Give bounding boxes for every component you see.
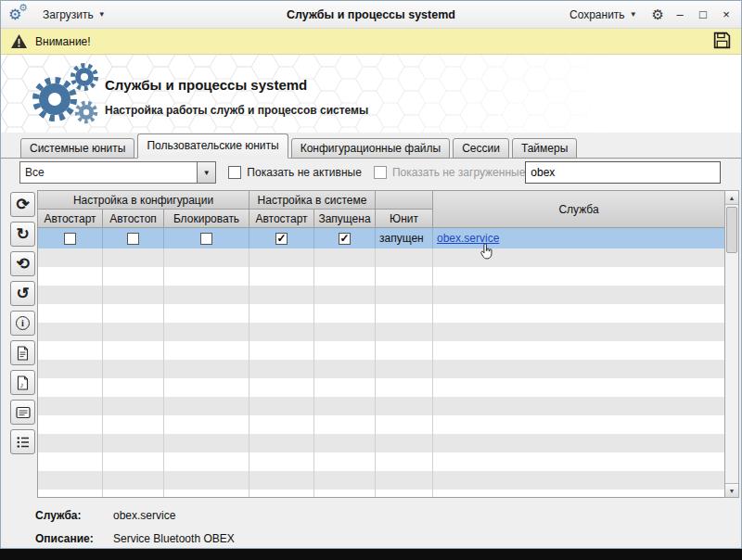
checkbox-box[interactable] (228, 166, 241, 179)
config-autostop-checkbox[interactable] (127, 233, 139, 245)
filter-bar: Все ▼ Показать не активные Показать не з… (1, 160, 741, 185)
minimize-button[interactable]: – (672, 8, 687, 20)
table-row-obex[interactable]: ✓ ✓ запущен obex.service (38, 228, 724, 248)
floppy-save-icon (712, 31, 732, 50)
column-header-service[interactable]: Служба (433, 191, 724, 228)
undo-icon: ↺ (16, 286, 29, 301)
chevron-down-icon: ▼ (630, 10, 637, 19)
show-unloaded-checkbox[interactable]: Показать не загруженные (374, 166, 525, 179)
console-icon (16, 406, 31, 419)
dropdown-arrow-button[interactable]: ▼ (197, 162, 215, 183)
info-icon: i (16, 316, 30, 330)
unit-list-button[interactable] (10, 429, 35, 454)
info-button[interactable]: i (10, 311, 35, 336)
unit-status: запущен (376, 228, 433, 248)
empty-rows-area (38, 248, 724, 497)
cell-config-autostart (38, 228, 103, 248)
units-table: Настройка в конфигурации Настройка в сис… (37, 190, 725, 498)
window-title: Службы и процессы systemd (287, 8, 455, 21)
show-inactive-checkbox[interactable]: Показать не активные (228, 166, 362, 179)
app-window: ⚙ ⚙ Загрузить ▼ Службы и процессы system… (0, 0, 742, 549)
restart-icon: ↻ (16, 226, 29, 242)
bullet-list-icon (16, 436, 31, 449)
group-header-config: Настройка в конфигурации (38, 191, 249, 210)
search-input[interactable] (525, 161, 721, 184)
page-title: Службы и процессы systemd (105, 77, 368, 93)
cell-service: obex.service (433, 228, 724, 248)
gear-icon-small: ⚙ (19, 2, 28, 14)
app-gears-icon: ⚙ ⚙ (8, 5, 31, 25)
tab-bar: Системные юниты Пользовательские юниты К… (1, 133, 741, 159)
column-header-unit[interactable]: Юнит (376, 210, 433, 228)
filter-scope-value: Все (20, 166, 197, 179)
tab-system-units[interactable]: Системные юниты (20, 138, 134, 159)
save-button[interactable]: Сохранить ▼ (563, 6, 644, 24)
settings-gear-button[interactable]: ⚙ (652, 7, 664, 21)
load-button[interactable]: Загрузить ▼ (36, 6, 112, 24)
side-toolbar: ⟳ ↻ ⟲ ↺ i (10, 192, 36, 459)
cell-system-running: ✓ (314, 228, 376, 248)
status-output-button[interactable] (10, 400, 35, 425)
tab-user-units[interactable]: Пользовательские юниты (137, 134, 288, 159)
checkbox-box[interactable] (374, 166, 387, 179)
header-banner: Службы и процессы systemd Настройка рабо… (1, 55, 741, 133)
reload-icon: ⟲ (16, 256, 29, 272)
cell-system-autostart: ✓ (249, 228, 314, 248)
document-note-icon: ♪ (16, 375, 30, 390)
warning-text: Внимание! (35, 35, 91, 48)
chevron-down-icon: ▼ (203, 169, 211, 177)
gears-logo-icon (18, 55, 110, 133)
service-label: Служба: (35, 509, 113, 522)
scrollbar-thumb[interactable] (726, 207, 737, 253)
document-icon (16, 346, 30, 361)
journal-button[interactable] (10, 340, 35, 365)
restart-unit-button[interactable]: ↻ (10, 222, 35, 247)
show-inactive-label: Показать не активные (247, 166, 362, 179)
titlebar: ⚙ ⚙ Загрузить ▼ Службы и процессы system… (1, 1, 741, 29)
column-header-block[interactable]: Блокировать (164, 210, 249, 228)
column-header-running[interactable]: Запущена (314, 210, 376, 228)
main-area: ⟳ ↻ ⟲ ↺ i (1, 190, 741, 498)
save-to-file-button[interactable] (712, 31, 732, 53)
filter-scope-dropdown[interactable]: Все ▼ (19, 161, 216, 184)
tab-timers[interactable]: Таймеры (512, 138, 577, 159)
warning-bar: Внимание! (1, 29, 741, 55)
load-button-label: Загрузить (43, 8, 94, 21)
column-header-autostop[interactable]: Автостоп (103, 210, 164, 228)
scroll-down-button[interactable]: ▼ (725, 483, 738, 497)
description-label: Описание: (35, 532, 113, 545)
warning-triangle-icon (10, 33, 28, 49)
refresh-icon: ⟳ (16, 197, 29, 212)
undo-button[interactable]: ↺ (10, 281, 35, 306)
group-header-blank (376, 191, 433, 210)
scroll-up-button[interactable]: ▲ (725, 191, 738, 205)
reload-button[interactable]: ⟲ (10, 251, 35, 276)
taskbar-strip (0, 549, 742, 560)
maximize-button[interactable]: □ (696, 8, 710, 20)
service-link[interactable]: obex.service (437, 232, 499, 245)
titlebar-right: Сохранить ▼ ⚙ – □ × (563, 6, 734, 24)
config-autostart-checkbox[interactable] (64, 233, 76, 245)
chevron-down-icon: ▼ (98, 10, 106, 19)
show-unloaded-label: Показать не загруженные (392, 166, 525, 179)
tab-sessions[interactable]: Сессии (453, 138, 509, 159)
system-autostart-checkbox[interactable]: ✓ (275, 233, 288, 245)
refresh-button[interactable]: ⟳ (10, 192, 35, 217)
page-subtitle: Настройка работы служб и процессов систе… (105, 104, 368, 117)
description-value: Service Bluetooth OBEX (113, 532, 235, 545)
service-value: obex.service (113, 509, 175, 522)
cell-config-autostop (103, 228, 164, 248)
column-header-autostart-config[interactable]: Автостарт (38, 210, 103, 228)
config-block-checkbox[interactable] (200, 233, 212, 245)
save-button-label: Сохранить (569, 8, 625, 21)
column-header-autostart-system[interactable]: Автостарт (249, 210, 314, 228)
cursor-pointer-icon (480, 244, 493, 260)
group-header-system: Настройка в системе (249, 191, 376, 210)
close-button[interactable]: × (719, 8, 734, 20)
cell-config-block (164, 228, 249, 248)
vertical-scrollbar[interactable]: ▲ ▼ (724, 190, 739, 498)
tab-config-files[interactable]: Конфигурационные файлы (291, 138, 450, 159)
audit-log-button[interactable]: ♪ (10, 370, 35, 395)
system-running-checkbox[interactable]: ✓ (339, 233, 351, 245)
table-header: Настройка в конфигурации Настройка в сис… (38, 191, 724, 228)
